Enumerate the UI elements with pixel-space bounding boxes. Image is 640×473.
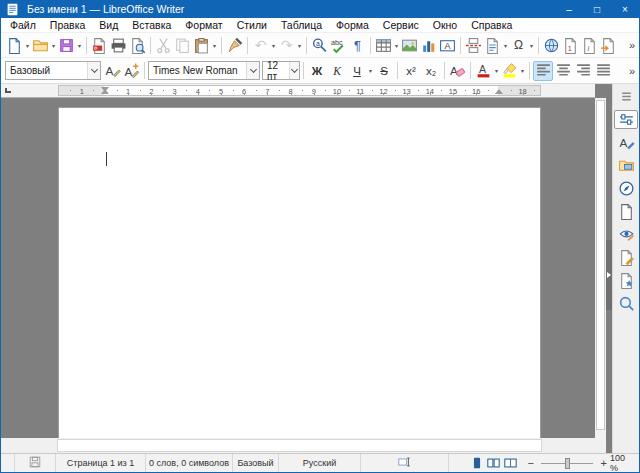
formatting-overflow-button[interactable]: » — [629, 58, 635, 83]
insert-field-dropdown[interactable]: ▾ — [502, 35, 509, 55]
page-style-status[interactable]: Базовый — [233, 454, 279, 472]
menu-insert[interactable]: Вставка — [125, 18, 178, 33]
vertical-scrollbar[interactable] — [595, 98, 606, 438]
bold-button[interactable]: Ж — [307, 61, 327, 81]
strikethrough-button[interactable]: S — [374, 61, 394, 81]
highlight-color-dropdown[interactable]: ▾ — [519, 61, 526, 81]
print-preview-button[interactable] — [128, 35, 147, 55]
menu-table[interactable]: Таблица — [274, 18, 329, 33]
sidebar-tab-navigator[interactable] — [614, 179, 638, 198]
insert-textbox-button[interactable]: A — [438, 35, 457, 55]
horizontal-ruler[interactable]: 11234567891011121314151618 — [1, 84, 595, 98]
font-name-dropdown[interactable] — [246, 62, 259, 79]
insert-table-dropdown[interactable]: ▾ — [393, 35, 400, 55]
left-indent-marker[interactable] — [101, 89, 109, 94]
word-count-status[interactable]: 0 слов, 0 символов — [146, 454, 233, 472]
sidebar-tab-properties[interactable] — [614, 110, 638, 129]
open-folder-button[interactable] — [31, 35, 50, 55]
toolbar-overflow-button[interactable]: » — [629, 33, 635, 57]
page-number-status[interactable]: Страница 1 из 1 — [56, 454, 146, 472]
menu-help[interactable]: Справка — [464, 18, 519, 33]
sidebar-tab-style-inspector[interactable] — [614, 294, 638, 313]
menu-file[interactable]: Файл — [3, 18, 43, 33]
underline-dropdown[interactable]: ▾ — [367, 61, 374, 81]
new-style-button[interactable]: A — [122, 61, 141, 81]
font-size-dropdown[interactable] — [289, 62, 299, 79]
insert-chart-button[interactable] — [419, 35, 438, 55]
close-button[interactable]: × — [611, 0, 639, 18]
minimize-button[interactable]: – — [555, 0, 583, 18]
special-character-dropdown[interactable]: ▾ — [528, 35, 535, 55]
formatting-marks-button[interactable]: ¶ — [348, 35, 367, 55]
paragraph-style-combo[interactable]: Базовый — [5, 61, 101, 80]
selection-mode-status[interactable] — [361, 454, 449, 472]
book-view-button[interactable] — [502, 453, 519, 473]
new-document-dropdown[interactable]: ▾ — [24, 35, 31, 55]
zoom-out-button[interactable]: − — [524, 457, 536, 469]
horizontal-scrollbar[interactable] — [1, 438, 606, 453]
sidebar-tab-styles[interactable]: A — [614, 133, 638, 152]
find-replace-button[interactable]: a — [310, 35, 329, 55]
export-pdf-button[interactable] — [90, 35, 109, 55]
align-justify-button[interactable] — [593, 61, 613, 81]
subscript-button[interactable]: x₂ — [421, 61, 441, 81]
menu-view[interactable]: Вид — [92, 18, 125, 33]
right-indent-marker[interactable] — [495, 89, 503, 94]
highlight-color-button[interactable] — [500, 61, 519, 81]
multi-page-view-button[interactable] — [485, 453, 502, 473]
paragraph-style-dropdown[interactable] — [87, 62, 100, 79]
insert-footnote-button[interactable]: 1 — [561, 35, 580, 55]
zoom-in-button[interactable]: + — [597, 457, 609, 469]
language-status[interactable]: Русский — [279, 454, 361, 472]
insert-image-button[interactable] — [400, 35, 419, 55]
font-color-dropdown[interactable]: ▾ — [493, 61, 500, 81]
menu-edit[interactable]: Правка — [43, 18, 92, 33]
print-button[interactable] — [109, 35, 128, 55]
sidebar-tab-accessibility-check[interactable] — [614, 225, 638, 244]
italic-button[interactable]: К — [327, 61, 347, 81]
sidebar-tab-sidebar-settings[interactable] — [614, 87, 638, 106]
insert-endnote-button[interactable]: i — [580, 35, 599, 55]
vertical-scrollbar-thumb[interactable] — [596, 100, 605, 430]
special-character-button[interactable]: Ω — [509, 35, 528, 55]
menu-tools[interactable]: Сервис — [376, 18, 426, 33]
align-right-button[interactable] — [573, 61, 593, 81]
menu-window[interactable]: Окно — [426, 18, 464, 33]
align-left-button[interactable] — [533, 61, 553, 81]
sidebar-tab-gallery[interactable] — [614, 156, 638, 175]
open-folder-dropdown[interactable]: ▾ — [50, 35, 57, 55]
font-name-combo[interactable]: Times New Roman — [148, 61, 260, 80]
tab-stop-type-selector[interactable] — [5, 88, 11, 93]
underline-button[interactable]: Ч — [347, 61, 367, 81]
font-color-button[interactable]: A — [474, 61, 493, 81]
save-button[interactable] — [57, 35, 76, 55]
save-status[interactable] — [15, 454, 56, 472]
document-page[interactable] — [58, 107, 541, 438]
zoom-slider-thumb[interactable] — [565, 458, 570, 469]
writer-app-icon[interactable] — [6, 2, 20, 16]
font-size-combo[interactable]: 12 пт — [262, 61, 300, 80]
insert-field-button[interactable] — [483, 35, 502, 55]
save-dropdown[interactable]: ▾ — [76, 35, 83, 55]
sidebar-tab-design[interactable] — [614, 271, 638, 290]
insert-table-button[interactable] — [374, 35, 393, 55]
paste-button[interactable] — [192, 35, 211, 55]
sidebar-tab-track-changes[interactable] — [614, 248, 638, 267]
menu-form[interactable]: Форма — [329, 18, 376, 33]
align-center-button[interactable] — [553, 61, 573, 81]
horizontal-scrollbar-thumb[interactable] — [57, 439, 542, 452]
maximize-button[interactable]: □ — [583, 0, 611, 18]
sidebar-tab-page[interactable] — [614, 202, 638, 221]
zoom-level[interactable]: 100 % — [610, 453, 633, 473]
paste-dropdown[interactable]: ▾ — [211, 35, 218, 55]
menu-format[interactable]: Формат — [178, 18, 229, 33]
clear-formatting-button[interactable]: A — [448, 61, 467, 81]
insert-page-break-button[interactable] — [464, 35, 483, 55]
spelling-button[interactable]: abc — [329, 35, 348, 55]
insert-hyperlink-button[interactable] — [542, 35, 561, 55]
menu-styles[interactable]: Стили — [230, 18, 274, 33]
clone-formatting-button[interactable] — [225, 35, 244, 55]
zoom-slider[interactable] — [541, 463, 594, 464]
single-page-view-button[interactable] — [468, 453, 485, 473]
superscript-button[interactable]: x² — [401, 61, 421, 81]
